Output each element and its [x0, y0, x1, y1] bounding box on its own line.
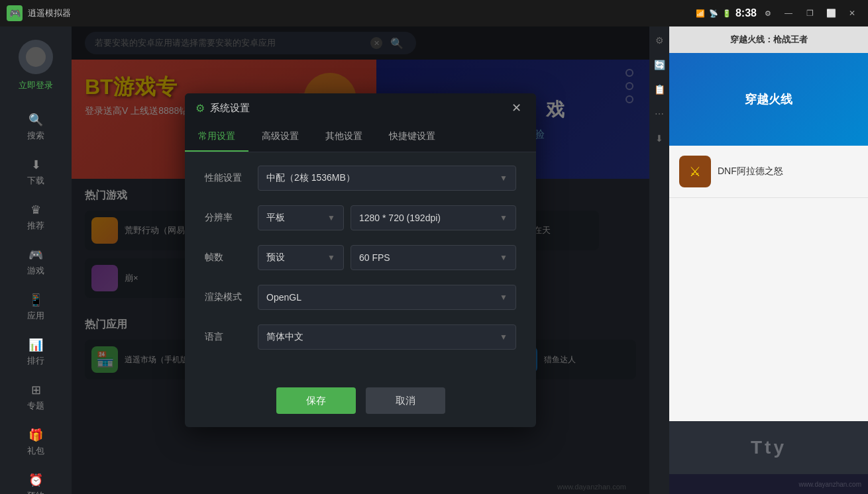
gift-icon: 🎁: [28, 428, 43, 442]
fps-preset-value: 预设: [266, 252, 285, 264]
sidebar: 立即登录 🔍 搜索 ⬇ 下载 ♛ 推荐 🎮 游戏 📱 应用 📊 排行 ⊞ 专题: [0, 26, 72, 494]
bottom-watermark: www.dayanzhan.com: [799, 481, 862, 488]
performance-control: 中配（2核 1536MB） ▼: [258, 166, 516, 191]
avatar-icon: [26, 47, 46, 67]
resolution-size-select[interactable]: 1280 * 720 (192dpi) ▼: [351, 205, 516, 230]
render-control: OpenGL ▼: [258, 285, 516, 310]
reserve-icon: ⏰: [28, 473, 43, 487]
sidebar-item-recommend[interactable]: ♛ 推荐: [0, 195, 72, 240]
render-arrow: ▼: [500, 293, 508, 302]
tab-other[interactable]: 其他设置: [312, 123, 376, 152]
sidebar-item-reserve[interactable]: ⏰ 预约: [0, 465, 72, 494]
form-row-fps: 帧数 预设 ▼ 60 FPS ▼: [205, 245, 516, 270]
right-btn-1[interactable]: ⚙: [652, 33, 667, 48]
tab-hotkey[interactable]: 快捷键设置: [376, 123, 449, 152]
render-value: OpenGL: [266, 292, 301, 303]
app-logo: 🎮: [7, 5, 23, 21]
right-btn-5[interactable]: ⬇: [652, 131, 667, 146]
avatar: [19, 40, 53, 74]
performance-value: 中配（2核 1536MB）: [266, 172, 355, 184]
performance-arrow: ▼: [500, 173, 508, 183]
fps-preset-select[interactable]: 预设 ▼: [258, 245, 344, 270]
render-label: 渲染模式: [205, 291, 258, 303]
rank-icon: 📊: [28, 338, 43, 352]
resolution-size-arrow: ▼: [500, 213, 508, 222]
modal-close-button[interactable]: ✕: [507, 99, 525, 117]
right-btn-3[interactable]: 📋: [652, 82, 667, 97]
title-bar-left: 🎮 逍遥模拟器: [7, 5, 71, 21]
modal-title: 系统设置: [210, 102, 502, 115]
status-icons: 📶 📡 🔋 8:38 ⚙: [696, 7, 771, 19]
sidebar-item-special[interactable]: ⊞ 专题: [0, 375, 72, 420]
dnf-item[interactable]: ⚔ DNF阿拉德之怒: [669, 146, 868, 198]
modal-header: ⚙ 系统设置 ✕: [185, 93, 536, 123]
form-row-render: 渲染模式 OpenGL ▼: [205, 285, 516, 310]
resolution-control: 平板 ▼ 1280 * 720 (192dpi) ▼: [258, 205, 516, 230]
resolution-type-select[interactable]: 平板 ▼: [258, 205, 344, 230]
settings-modal: ⚙ 系统设置 ✕ 常用设置 高级设置 其他设置 快捷键设置 性能设置: [185, 93, 536, 427]
sidebar-item-download[interactable]: ⬇ 下载: [0, 150, 72, 195]
login-button[interactable]: 立即登录: [19, 79, 53, 91]
right-sidebar: ⚙ 🔄 📋 ⋯ ⬇: [649, 26, 669, 494]
title-bar: 🎮 逍遥模拟器 📶 📡 🔋 8:38 ⚙ — ❐ ⬜ ✕: [0, 0, 868, 26]
maximize-button[interactable]: ⬜: [822, 6, 840, 21]
fps-value-select[interactable]: 60 FPS ▼: [351, 245, 516, 270]
close-button[interactable]: ✕: [843, 6, 861, 21]
modal-gear-icon: ⚙: [195, 102, 205, 115]
title-bar-right: 📶 📡 🔋 8:38 ⚙ — ❐ ⬜ ✕: [696, 6, 861, 21]
fps-control: 预设 ▼ 60 FPS ▼: [258, 245, 516, 270]
sidebar-label-download: 下载: [27, 175, 44, 187]
restore-button[interactable]: ❐: [800, 6, 819, 21]
resolution-type-value: 平板: [266, 212, 285, 224]
right-btn-4[interactable]: ⋯: [652, 107, 667, 121]
signal-icon: 📡: [709, 9, 718, 18]
sidebar-label-games: 游戏: [27, 265, 44, 277]
download-icon: ⬇: [31, 158, 41, 172]
sidebar-label-rank: 排行: [27, 355, 44, 367]
cancel-button[interactable]: 取消: [366, 387, 445, 414]
fps-value: 60 FPS: [359, 252, 390, 263]
language-label: 语言: [205, 331, 258, 343]
sidebar-item-search[interactable]: 🔍 搜索: [0, 105, 72, 150]
language-select[interactable]: 简体中文 ▼: [258, 324, 516, 350]
settings-icon: ⚙: [765, 9, 771, 18]
sidebar-item-rank[interactable]: 📊 排行: [0, 330, 72, 375]
save-button[interactable]: 保存: [276, 387, 356, 414]
form-row-performance: 性能设置 中配（2核 1536MB） ▼: [205, 166, 516, 191]
modal-overlay: ⚙ 系统设置 ✕ 常用设置 高级设置 其他设置 快捷键设置 性能设置: [72, 26, 649, 494]
right-panel-game1-title: 穿越火线：枪战王者: [730, 34, 808, 46]
app-title: 逍遥模拟器: [28, 7, 71, 19]
sidebar-label-gift: 礼包: [27, 445, 44, 457]
performance-label: 性能设置: [205, 172, 258, 184]
sidebar-item-gift[interactable]: 🎁 礼包: [0, 420, 72, 465]
tty-watermark: Tty: [751, 437, 787, 458]
language-control: 简体中文 ▼: [258, 324, 516, 350]
clock: 8:38: [735, 7, 757, 19]
apps-icon: 📱: [28, 293, 43, 307]
avatar-area: 立即登录: [19, 40, 53, 91]
fps-selects: 预设 ▼ 60 FPS ▼: [258, 245, 516, 270]
recommend-icon: ♛: [30, 203, 41, 217]
form-row-resolution: 分辨率 平板 ▼ 1280 * 720 (192dpi) ▼: [205, 205, 516, 230]
modal-body: 性能设置 中配（2核 1536MB） ▼ 分辨率: [185, 152, 536, 377]
game1-banner[interactable]: 穿越火线: [669, 53, 868, 146]
performance-select[interactable]: 中配（2核 1536MB） ▼: [258, 166, 516, 191]
sidebar-item-games[interactable]: 🎮 游戏: [0, 240, 72, 285]
sidebar-item-apps[interactable]: 📱 应用: [0, 285, 72, 330]
fps-value-arrow: ▼: [500, 253, 508, 262]
tab-advanced[interactable]: 高级设置: [248, 123, 312, 152]
resolution-label: 分辨率: [205, 212, 258, 224]
minimize-button[interactable]: —: [779, 6, 798, 21]
right-btn-2[interactable]: 🔄: [652, 58, 667, 72]
render-select[interactable]: OpenGL ▼: [258, 285, 516, 310]
modal-tabs: 常用设置 高级设置 其他设置 快捷键设置: [185, 123, 536, 152]
sidebar-label-reserve: 预约: [27, 490, 44, 494]
modal-footer: 保存 取消: [185, 377, 536, 427]
tab-common[interactable]: 常用设置: [185, 123, 248, 152]
form-row-language: 语言 简体中文 ▼: [205, 324, 516, 350]
main-container: 立即登录 🔍 搜索 ⬇ 下载 ♛ 推荐 🎮 游戏 📱 应用 📊 排行 ⊞ 专题: [0, 26, 868, 494]
battery-icon: 🔋: [722, 9, 732, 18]
wifi-icon: 📶: [696, 9, 705, 18]
sidebar-label-special: 专题: [27, 400, 44, 412]
sidebar-label-search: 搜索: [27, 130, 44, 142]
